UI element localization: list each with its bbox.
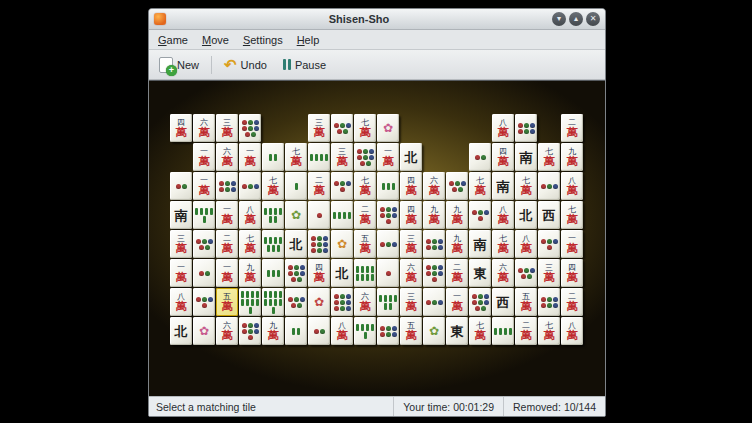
- tile-m8[interactable]: 八萬: [239, 201, 261, 229]
- tile-b6[interactable]: [377, 288, 399, 316]
- tile-b4[interactable]: [331, 201, 353, 229]
- tile-m5[interactable]: 五萬: [400, 317, 422, 345]
- tile-c2[interactable]: [469, 143, 491, 171]
- tile-f2[interactable]: ✿: [193, 317, 215, 345]
- tile-wE[interactable]: 東: [446, 317, 468, 345]
- tile-m7[interactable]: 七萬: [538, 143, 560, 171]
- tile-wS[interactable]: 南: [170, 201, 192, 229]
- tile-m6[interactable]: 六萬: [354, 288, 376, 316]
- tile-m1[interactable]: 一萬: [446, 288, 468, 316]
- pause-button[interactable]: Pause: [277, 56, 332, 74]
- tile-b8[interactable]: [354, 259, 376, 287]
- tile-m3[interactable]: 三萬: [216, 114, 238, 142]
- tile-m1[interactable]: 一萬: [193, 172, 215, 200]
- tile-wN[interactable]: 北: [285, 230, 307, 258]
- tile-c8[interactable]: [285, 259, 307, 287]
- tile-m1[interactable]: 一萬: [193, 143, 215, 171]
- tile-m1[interactable]: 一萬: [216, 259, 238, 287]
- tile-wW[interactable]: 西: [538, 201, 560, 229]
- tile-c7[interactable]: [377, 201, 399, 229]
- tile-c3[interactable]: [538, 172, 560, 200]
- tile-wW[interactable]: 西: [492, 288, 514, 316]
- menu-game[interactable]: Game: [152, 33, 194, 47]
- tile-c6[interactable]: [216, 172, 238, 200]
- tile-m2[interactable]: 二萬: [308, 172, 330, 200]
- maximize-icon[interactable]: ▴: [569, 12, 583, 26]
- tile-m1[interactable]: 一萬: [216, 201, 238, 229]
- tile-m7[interactable]: 七萬: [538, 317, 560, 345]
- tile-b1[interactable]: [285, 172, 307, 200]
- tile-m3[interactable]: 三萬: [400, 230, 422, 258]
- tile-c5[interactable]: [193, 230, 215, 258]
- tile-wS[interactable]: 南: [515, 143, 537, 171]
- tile-m4[interactable]: 四萬: [308, 259, 330, 287]
- tile-m8[interactable]: 八萬: [492, 114, 514, 142]
- tile-wS[interactable]: 南: [492, 172, 514, 200]
- tile-m2[interactable]: 二萬: [561, 114, 583, 142]
- tile-m6[interactable]: 六萬: [492, 259, 514, 287]
- close-icon[interactable]: ✕: [586, 12, 600, 26]
- tile-m6[interactable]: 六萬: [193, 114, 215, 142]
- tile-c6[interactable]: [515, 114, 537, 142]
- tile-m7[interactable]: 七萬: [285, 143, 307, 171]
- tile-c6[interactable]: [538, 288, 560, 316]
- tile-c1[interactable]: [377, 259, 399, 287]
- tile-c2[interactable]: [193, 259, 215, 287]
- tile-c2[interactable]: [308, 317, 330, 345]
- tile-c5[interactable]: [331, 114, 353, 142]
- tile-m4[interactable]: 四萬: [492, 143, 514, 171]
- tile-m3[interactable]: 三萬: [170, 230, 192, 258]
- tile-m4[interactable]: 四萬: [400, 172, 422, 200]
- tile-f4[interactable]: ✿: [331, 230, 353, 258]
- tile-m2[interactable]: 二萬: [216, 230, 238, 258]
- titlebar[interactable]: Shisen-Sho ▾ ▴ ✕: [149, 9, 605, 30]
- tile-c8[interactable]: [469, 288, 491, 316]
- tile-c7[interactable]: [239, 317, 261, 345]
- tile-m7[interactable]: 七萬: [469, 317, 491, 345]
- tile-m7[interactable]: 七萬: [262, 172, 284, 200]
- tile-f2[interactable]: ✿: [377, 114, 399, 142]
- tile-c8[interactable]: [239, 114, 261, 142]
- tile-m1[interactable]: 一萬: [561, 230, 583, 258]
- tile-m1[interactable]: 一萬: [170, 259, 192, 287]
- tile-m8[interactable]: 八萬: [170, 288, 192, 316]
- menu-move[interactable]: Move: [196, 33, 235, 47]
- tile-m7[interactable]: 七萬: [492, 230, 514, 258]
- tile-m3[interactable]: 三萬: [538, 259, 560, 287]
- tile-m4[interactable]: 四萬: [170, 114, 192, 142]
- tile-b5[interactable]: [193, 201, 215, 229]
- tile-c4[interactable]: [469, 201, 491, 229]
- tile-b2[interactable]: [285, 317, 307, 345]
- tile-b2[interactable]: [262, 143, 284, 171]
- new-button[interactable]: + New: [153, 54, 205, 76]
- tile-m8[interactable]: 八萬: [561, 317, 583, 345]
- tile-m2[interactable]: 二萬: [354, 201, 376, 229]
- tile-m4[interactable]: 四萬: [561, 259, 583, 287]
- tile-wN[interactable]: 北: [515, 201, 537, 229]
- tile-m3[interactable]: 三萬: [308, 114, 330, 142]
- tile-c8[interactable]: [354, 143, 376, 171]
- tile-c5[interactable]: [515, 259, 537, 287]
- tile-m2[interactable]: 二萬: [515, 317, 537, 345]
- tile-f3[interactable]: ✿: [285, 201, 307, 229]
- tile-wN[interactable]: 北: [331, 259, 353, 287]
- tile-c5[interactable]: [446, 172, 468, 200]
- tile-b9[interactable]: [239, 288, 261, 316]
- tile-m5[interactable]: 五萬: [354, 230, 376, 258]
- tile-c1[interactable]: [308, 201, 330, 229]
- tile-c3[interactable]: [377, 230, 399, 258]
- tile-m8[interactable]: 八萬: [331, 317, 353, 345]
- tile-m2[interactable]: 二萬: [561, 288, 583, 316]
- tile-m7[interactable]: 七萬: [515, 172, 537, 200]
- tile-m7[interactable]: 七萬: [354, 114, 376, 142]
- tile-f1[interactable]: ✿: [308, 288, 330, 316]
- tile-m9[interactable]: 九萬: [262, 317, 284, 345]
- tile-c9[interactable]: [308, 230, 330, 258]
- tile-m5-selected[interactable]: 五萬: [216, 288, 238, 316]
- tile-m3[interactable]: 三萬: [400, 288, 422, 316]
- tile-m9[interactable]: 九萬: [446, 230, 468, 258]
- tile-m6[interactable]: 六萬: [400, 259, 422, 287]
- tile-m9[interactable]: 九萬: [423, 201, 445, 229]
- tile-c3[interactable]: [423, 288, 445, 316]
- tile-c9[interactable]: [331, 288, 353, 316]
